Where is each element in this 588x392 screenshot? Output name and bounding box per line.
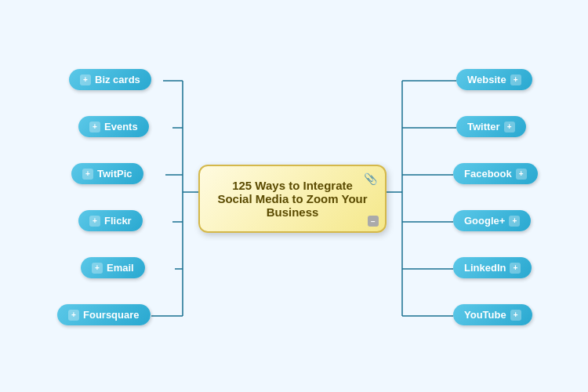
node-label: Events bbox=[104, 121, 138, 132]
node-label: LinkedIn bbox=[464, 262, 506, 274]
right-node-facebook[interactable]: Facebook+ bbox=[453, 163, 538, 184]
right-node-linkedin[interactable]: LinkedIn+ bbox=[453, 257, 532, 278]
expand-icon[interactable]: + bbox=[82, 169, 93, 180]
right-node-googleplus[interactable]: Google++ bbox=[453, 210, 531, 231]
expand-icon[interactable]: + bbox=[80, 74, 91, 85]
node-label: TwitPic bbox=[97, 168, 132, 180]
left-node-flickr[interactable]: +Flickr bbox=[78, 210, 143, 231]
expand-icon[interactable]: + bbox=[504, 122, 515, 132]
node-label: Google+ bbox=[464, 215, 505, 227]
node-label: YouTube bbox=[464, 309, 506, 321]
left-node-foursquare[interactable]: +Foursquare bbox=[57, 304, 151, 325]
expand-icon[interactable]: + bbox=[510, 263, 521, 274]
expand-icon[interactable]: + bbox=[510, 310, 521, 321]
collapse-button[interactable]: − bbox=[368, 216, 379, 227]
expand-icon[interactable]: + bbox=[68, 310, 79, 321]
center-node-label: 125 Ways to Integrate Social Media to Zo… bbox=[217, 179, 367, 219]
right-node-twitter[interactable]: Twitter+ bbox=[456, 116, 526, 137]
node-label: Foursquare bbox=[83, 309, 140, 321]
node-label: Twitter bbox=[467, 121, 500, 132]
node-label: Flickr bbox=[104, 215, 132, 227]
expand-icon[interactable]: + bbox=[509, 216, 520, 227]
clip-icon: 📎 bbox=[364, 172, 377, 185]
expand-icon[interactable]: + bbox=[92, 263, 103, 274]
expand-icon[interactable]: + bbox=[89, 216, 100, 227]
expand-icon[interactable]: + bbox=[89, 122, 100, 132]
right-node-website[interactable]: Website+ bbox=[456, 69, 532, 90]
right-node-youtube[interactable]: YouTube+ bbox=[453, 304, 532, 325]
left-node-email[interactable]: +Email bbox=[81, 257, 145, 278]
expand-icon[interactable]: + bbox=[510, 74, 521, 85]
expand-icon[interactable]: + bbox=[516, 169, 527, 180]
left-node-biz-cards[interactable]: +Biz cards bbox=[69, 69, 151, 90]
left-node-events[interactable]: +Events bbox=[78, 116, 149, 137]
left-node-twitpic[interactable]: +TwitPic bbox=[71, 163, 143, 184]
node-label: Biz cards bbox=[95, 74, 140, 85]
center-node[interactable]: 📎 125 Ways to Integrate Social Media to … bbox=[198, 165, 387, 233]
node-label: Email bbox=[107, 262, 134, 274]
node-label: Facebook bbox=[464, 168, 512, 180]
node-label: Website bbox=[467, 74, 506, 85]
